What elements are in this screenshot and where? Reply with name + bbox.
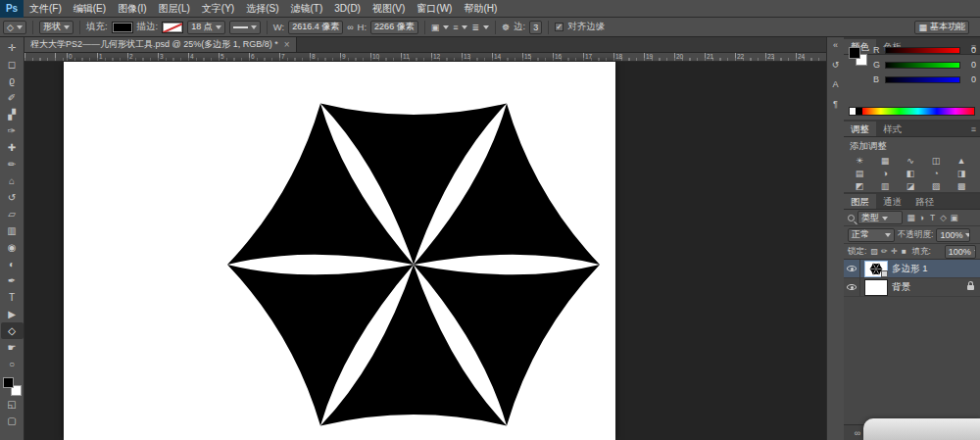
filter-pixel-layers-icon[interactable]: ▦ xyxy=(906,213,916,222)
panel-foreground-swatch[interactable] xyxy=(849,47,860,59)
layer-thumbnail[interactable] xyxy=(865,262,887,276)
expand-panels-icon[interactable]: « xyxy=(833,40,838,50)
menu-item-5[interactable]: 选择(S) xyxy=(240,0,284,18)
photo-filter-icon[interactable]: ◔ xyxy=(923,168,949,180)
black-white-icon[interactable]: ◧ xyxy=(898,168,923,180)
crop-tool[interactable]: ▞ xyxy=(1,106,24,122)
brightness-contrast-icon[interactable]: ☀ xyxy=(847,155,872,168)
tab-layers[interactable]: 图层 xyxy=(844,194,876,209)
exposure-icon[interactable]: ◫ xyxy=(923,155,949,168)
shape-tool[interactable]: ◇ xyxy=(1,322,24,339)
posterize-icon[interactable]: ▥ xyxy=(872,180,898,193)
character-panel-icon[interactable]: A xyxy=(832,79,838,89)
close-icon[interactable]: × xyxy=(284,37,290,53)
width-input[interactable]: 2616.4 像素 xyxy=(288,21,343,34)
quick-selection-tool[interactable]: ✐ xyxy=(1,89,24,106)
link-wh-icon[interactable]: ∞ xyxy=(347,23,353,32)
lock-pixels-icon[interactable]: ✏ xyxy=(879,247,889,256)
lock-position-icon[interactable]: ✛ xyxy=(889,247,899,256)
layer-thumbnail[interactable] xyxy=(865,280,887,295)
path-operations-icon[interactable]: ▣ xyxy=(431,23,440,32)
curves-icon[interactable]: ∿ xyxy=(898,155,923,168)
vibrance-icon[interactable]: ▲ xyxy=(949,155,974,168)
menu-item-7[interactable]: 3D(D) xyxy=(328,0,367,18)
layer-row[interactable]: 多边形 1 xyxy=(844,260,980,278)
zoom-tool[interactable]: ○ xyxy=(1,356,24,372)
fill-color-swatch[interactable] xyxy=(112,22,133,33)
hexagon-flower-shape[interactable] xyxy=(64,62,615,440)
menu-item-4[interactable]: 文字(Y) xyxy=(196,0,240,18)
tab-channels[interactable]: 通道 xyxy=(876,194,908,209)
paragraph-panel-icon[interactable]: ¶ xyxy=(833,99,838,109)
lock-all-icon[interactable]: ■ xyxy=(899,247,908,256)
slider-track[interactable] xyxy=(885,47,960,54)
menu-item-3[interactable]: 图层(L) xyxy=(153,0,196,18)
menu-item-6[interactable]: 滤镜(T) xyxy=(285,0,329,18)
brush-tool[interactable]: ✏ xyxy=(1,156,24,172)
pen-tool[interactable]: ✒ xyxy=(1,272,24,289)
panel-menu-icon[interactable]: ≡ xyxy=(971,122,980,136)
dodge-tool[interactable]: ◐ xyxy=(1,256,24,272)
lock-transparency-icon[interactable]: ▨ xyxy=(869,247,879,256)
visibility-cell[interactable] xyxy=(844,260,860,277)
tab-adjustments[interactable]: 调整 xyxy=(844,122,876,136)
stroke-style-dropdown[interactable] xyxy=(229,21,261,34)
channel-mixer-icon[interactable]: ◨ xyxy=(949,168,974,180)
document-canvas[interactable] xyxy=(64,62,615,440)
levels-icon[interactable]: ▦ xyxy=(872,155,898,168)
gradient-map-icon[interactable]: ▨ xyxy=(923,180,949,193)
menu-item-2[interactable]: 图像(I) xyxy=(112,0,152,18)
menu-item-1[interactable]: 编辑(E) xyxy=(68,0,112,18)
visibility-cell[interactable] xyxy=(844,278,860,296)
gradient-tool[interactable]: ▥ xyxy=(1,222,24,239)
filter-type-layers-icon[interactable]: T xyxy=(927,213,938,222)
history-brush-tool[interactable]: ↺ xyxy=(1,189,24,206)
lasso-tool[interactable]: ϱ xyxy=(1,73,24,89)
hue-saturation-icon[interactable]: ▤ xyxy=(847,168,872,180)
sides-input[interactable]: 3 xyxy=(529,21,542,34)
opacity-input[interactable]: 100% xyxy=(936,228,970,242)
move-tool[interactable]: ✛ xyxy=(1,39,24,56)
layer-row[interactable]: 背景 xyxy=(844,278,980,297)
tool-mode-dropdown[interactable]: 形状 xyxy=(39,21,74,34)
menu-item-8[interactable]: 视图(V) xyxy=(367,0,411,18)
align-edges-checkbox[interactable]: ✓ xyxy=(555,23,564,31)
blur-tool[interactable]: ◉ xyxy=(1,239,24,256)
threshold-icon[interactable]: ◪ xyxy=(898,180,923,193)
path-selection-tool[interactable]: ▶ xyxy=(1,306,24,322)
menu-item-9[interactable]: 窗口(W) xyxy=(411,0,458,18)
tab-paths[interactable]: 路径 xyxy=(908,194,941,209)
menu-item-0[interactable]: 文件(F) xyxy=(24,0,68,18)
filter-adjustment-layers-icon[interactable]: ◑ xyxy=(916,213,927,222)
filter-smart-objects-icon[interactable]: ▣ xyxy=(949,213,959,222)
eyedropper-tool[interactable]: ✑ xyxy=(1,122,24,139)
slider-track[interactable] xyxy=(885,76,960,83)
eraser-tool[interactable]: ▱ xyxy=(1,206,24,222)
filter-kind-dropdown[interactable]: 类型 xyxy=(858,211,903,224)
tab-styles[interactable]: 样式 xyxy=(876,122,908,136)
path-align-icon[interactable]: ≡ xyxy=(453,23,458,32)
healing-brush-tool[interactable]: ✚ xyxy=(1,139,24,156)
filter-shape-layers-icon[interactable]: ◇ xyxy=(938,213,949,222)
clone-stamp-tool[interactable]: ⌂ xyxy=(1,172,24,189)
selective-color-icon[interactable]: ▩ xyxy=(949,180,974,193)
slider-track[interactable] xyxy=(885,62,960,69)
blend-mode-dropdown[interactable]: 正常 xyxy=(848,228,895,242)
color-spectrum-bar[interactable] xyxy=(849,107,975,116)
foreground-color-swatch[interactable] xyxy=(3,377,14,388)
foreground-background-swatches[interactable] xyxy=(3,377,22,396)
gear-icon[interactable]: ☸ xyxy=(502,23,510,32)
quick-mask-icon[interactable]: ◱ xyxy=(1,396,24,413)
marquee-tool[interactable]: ◻ xyxy=(1,56,24,73)
stroke-color-swatch[interactable] xyxy=(162,22,183,33)
height-input[interactable]: 2266 像素 xyxy=(370,21,418,34)
link-layers-icon[interactable]: ∞ xyxy=(855,428,860,438)
document-tab[interactable]: 程大大学PS2——几何形状工具.psd @ 25%(多边形 1, RGB/8) … xyxy=(24,37,297,52)
tool-preset-picker[interactable]: ◇ xyxy=(3,21,26,34)
type-tool[interactable]: T xyxy=(1,289,24,306)
screen-mode-icon[interactable]: ▢ xyxy=(1,413,24,429)
history-panel-icon[interactable]: ↺ xyxy=(832,60,840,70)
fill-input[interactable]: 100% xyxy=(945,245,976,259)
invert-icon[interactable]: ◩ xyxy=(847,180,872,193)
workspace-button[interactable]: ▦ 基本功能 xyxy=(914,21,969,34)
